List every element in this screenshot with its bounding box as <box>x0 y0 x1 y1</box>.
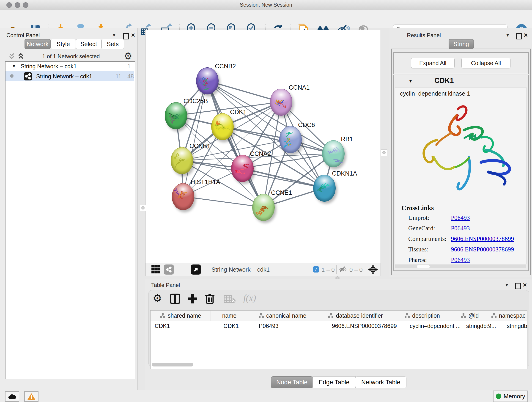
graph-node-CCNE1[interactable] <box>252 194 275 221</box>
toolbar-divider <box>336 265 336 274</box>
graph-node-CDC6[interactable] <box>279 126 302 153</box>
gene-name: CDK1 <box>434 77 454 85</box>
crosslink-tissues-link[interactable]: 9606.ENSP00000378699 <box>451 246 514 253</box>
graph-node-HIST1H1A[interactable] <box>172 183 194 210</box>
selected-nodes-checkbox-icon[interactable]: ✓ <box>313 266 319 273</box>
graph-node-CDKN1A[interactable] <box>313 175 336 202</box>
table-panel-collapse-icon[interactable]: ▼ <box>505 282 509 288</box>
divider <box>394 87 528 87</box>
protein-squiggle <box>279 126 302 153</box>
tree-icon <box>160 313 165 318</box>
hidden-eye-slash-icon[interactable] <box>339 266 347 274</box>
warning-icon <box>27 393 36 400</box>
results-hscrollbar[interactable] <box>395 264 526 268</box>
tab-node-table[interactable]: Node Table <box>271 376 313 388</box>
column-header-canonical-name[interactable]: canonical name <box>248 311 317 321</box>
network-canvas[interactable]: CCNB2CCNA1CDC25BCDK1CDC6RB1CCNB1CCNA2CDK… <box>145 30 381 264</box>
cloud-status-button[interactable] <box>5 391 19 402</box>
results-panel-title: Results Panel <box>407 32 441 38</box>
control-panel: Control Panel ▼ × Network Style Select S… <box>0 28 138 390</box>
node-label-CDC25B: CDC25B <box>184 98 208 105</box>
tab-style[interactable]: Style <box>51 39 76 49</box>
selected-count: 1 – 0 <box>322 266 335 274</box>
tab-string[interactable]: String <box>449 39 474 49</box>
network-options-gear-icon[interactable]: ⚙ <box>124 51 133 62</box>
results-panel-collapse-icon[interactable]: ▼ <box>505 32 510 38</box>
crosslink-compartments-link[interactable]: 9606.ENSP00000378699 <box>451 235 514 242</box>
node-table-header: shared name name canonical name database… <box>151 311 527 321</box>
column-header-shared-name[interactable]: shared name <box>151 311 211 321</box>
tab-sets[interactable]: Sets <box>101 39 124 49</box>
node-label-RB1: RB1 <box>341 136 353 143</box>
pan-crosshair-icon[interactable] <box>368 264 378 276</box>
add-column-icon[interactable] <box>187 293 198 305</box>
birdseye-view-icon[interactable] <box>191 264 201 274</box>
table-options-gear-icon[interactable]: ⚙ <box>152 292 162 304</box>
table-hscrollbar-thumb[interactable] <box>152 363 193 366</box>
graph-node-CDK1[interactable] <box>211 113 234 140</box>
table-panel-float-icon[interactable] <box>515 283 521 289</box>
hidden-count: 0 – 0 <box>349 266 363 274</box>
column-header-database-identifier[interactable]: database identifier <box>317 311 394 321</box>
table-panel-close-icon[interactable]: × <box>523 281 527 289</box>
right-splitter-grip[interactable] <box>381 149 387 156</box>
function-builder-fx[interactable]: f(x) <box>243 293 256 303</box>
collapse-all-networks-button[interactable] <box>8 53 15 61</box>
graph-node-CCNB1[interactable] <box>171 147 193 174</box>
graph-node-CCNA2[interactable] <box>231 155 254 182</box>
node-label-HIST1H1A: HIST1H1A <box>191 179 220 186</box>
network-view-share-icon[interactable] <box>164 264 174 274</box>
tree-icon <box>491 313 497 318</box>
delete-column-trash-icon[interactable] <box>204 293 215 305</box>
memory-status-dot <box>496 394 501 399</box>
control-panel-collapse-icon[interactable]: ▼ <box>112 32 116 38</box>
crosslink-genecard-link[interactable]: P06493 <box>451 225 470 232</box>
results-panel-close-icon[interactable]: × <box>524 31 528 39</box>
warning-status-button[interactable] <box>24 391 38 402</box>
protein-squiggle <box>322 140 344 167</box>
table-row[interactable]: CDK1 CDK1 P06493 9606.ENSP00000378699 cy… <box>151 321 527 331</box>
left-splitter-grip[interactable] <box>140 205 146 211</box>
results-panel-float-icon[interactable] <box>516 33 522 39</box>
column-header-namespace[interactable]: namespac <box>489 311 527 321</box>
toggle-panel-columns-icon[interactable] <box>170 293 181 305</box>
grid-view-icon[interactable] <box>152 265 160 274</box>
gene-details: cyclin–dependent kinase 1 <box>395 88 527 264</box>
graph-node-CCNA1[interactable] <box>270 89 292 116</box>
protein-squiggle <box>196 68 218 94</box>
tree-icon <box>461 313 466 318</box>
collection-expander-icon[interactable]: ▼ <box>12 64 16 69</box>
graph-node-RB1[interactable] <box>322 140 345 167</box>
column-header-id[interactable]: @id <box>450 311 489 321</box>
gene-expander-icon[interactable]: ▼ <box>408 78 413 84</box>
network-node-count: 11 <box>115 73 121 80</box>
tab-select[interactable]: Select <box>76 39 101 49</box>
collapse-all-button[interactable]: Collapse All <box>462 58 510 68</box>
control-panel-close-icon[interactable]: × <box>131 31 135 39</box>
crosslink-label: GeneCard: <box>408 225 435 232</box>
protein-squiggle <box>270 89 292 115</box>
control-panel-float-icon[interactable] <box>123 33 129 39</box>
graph-node-CDC25B[interactable] <box>165 102 187 129</box>
network-graph[interactable]: CCNB2CCNA1CDC25BCDK1CDC6RB1CCNB1CCNA2CDK… <box>146 30 380 263</box>
tab-edge-table[interactable]: Edge Table <box>312 376 355 388</box>
column-header-name[interactable]: name <box>211 311 248 321</box>
expand-all-networks-button[interactable] <box>17 53 24 61</box>
crosslink-uniprot-link[interactable]: P06493 <box>451 214 470 221</box>
delete-table-icon[interactable] <box>224 295 235 305</box>
title-bar: Session: New Session <box>0 0 532 10</box>
string-network-icon <box>24 72 32 80</box>
network-view-toolbar: String Network – cdk1 ✓ 1 – 0 0 – 0 <box>145 263 381 276</box>
protein-squiggle <box>231 155 253 182</box>
memory-button[interactable]: Memory <box>493 390 528 402</box>
graph-node-CCNB2[interactable] <box>196 67 219 95</box>
crosslink-pharos-link[interactable]: P06493 <box>451 256 470 264</box>
tab-network[interactable]: Network <box>25 39 51 49</box>
expand-all-button[interactable]: Expand All <box>411 58 455 68</box>
crosslink-label: Tissues: <box>408 246 428 253</box>
double-chevron-up-icon <box>17 53 24 60</box>
network-collection-row[interactable]: ▼ String Network – cdk1 1 <box>6 63 134 71</box>
column-header-description[interactable]: description <box>394 311 450 321</box>
network-row-selected[interactable]: String Network – cdk1 11 48 <box>6 71 134 81</box>
tab-network-table[interactable]: Network Table <box>355 376 406 388</box>
